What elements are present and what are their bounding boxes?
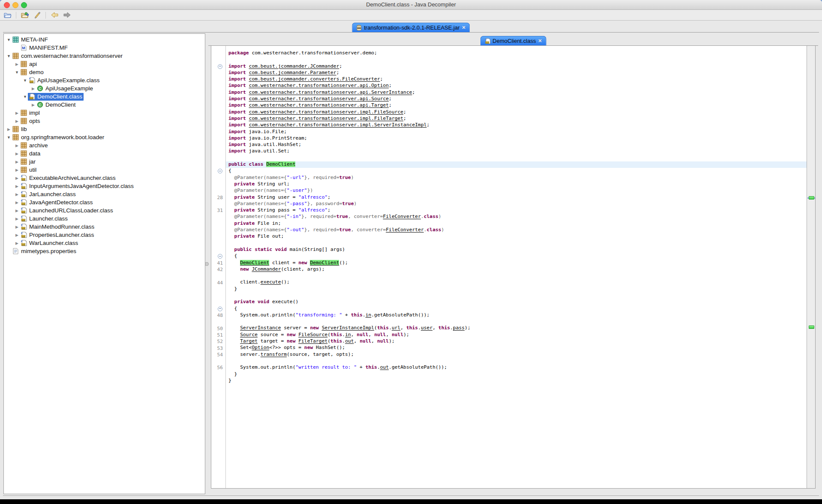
code-link[interactable]: in <box>345 332 351 337</box>
code-link[interactable]: FileTarget <box>298 338 327 344</box>
tree-item-content[interactable]: opts <box>20 117 42 125</box>
code-link[interactable]: com.westernacher.transformationserver.im… <box>249 122 427 128</box>
code-link[interactable]: FileConverter <box>383 214 421 219</box>
disclosure-triangle[interactable]: ▶ <box>14 241 20 245</box>
disclosure-triangle[interactable]: ▼ <box>22 78 28 83</box>
back-button[interactable] <box>50 11 59 19</box>
code-link[interactable]: DemoClient <box>310 260 339 265</box>
tree-item-archive[interactable]: ▶archive <box>4 141 205 149</box>
tab-transformation-sdk-jar[interactable]: 010 transformation-sdk-2.0.1-RELEASE.jar… <box>352 23 470 32</box>
tree-item-content[interactable]: 010DemoClient.class <box>28 93 84 101</box>
fold-toggle-icon[interactable] <box>218 64 222 69</box>
code-link[interactable]: FileSource <box>298 332 327 337</box>
tree-item-com.westernacher.transformationserver[interactable]: ▼com.westernacher.transformationserver <box>4 52 205 60</box>
tree-item-content[interactable]: lib <box>12 125 28 133</box>
tree-item-lib[interactable]: ▶lib <box>4 125 205 133</box>
disclosure-triangle[interactable]: ▶ <box>14 143 20 148</box>
disclosure-triangle[interactable]: ▶ <box>14 152 20 156</box>
tree-item-content[interactable]: 010ExecutableArchiveLauncher.class <box>20 174 117 182</box>
tree-item-Launcher.class[interactable]: ▶010Launcher.class <box>4 215 205 223</box>
disclosure-triangle[interactable]: ▼ <box>14 70 20 75</box>
tree-item-content[interactable]: 010MainMethodRunner.class <box>20 223 96 231</box>
tree-item-api[interactable]: ▶api <box>4 60 205 68</box>
open-type-button[interactable] <box>21 11 29 19</box>
disclosure-triangle[interactable]: ▶ <box>14 209 20 213</box>
code-link[interactable]: com.beust.jcommander.converters.FileConv… <box>249 76 380 82</box>
disclosure-triangle[interactable]: ▶ <box>14 111 20 115</box>
disclosure-triangle[interactable]: ▶ <box>14 184 20 188</box>
tree-item-content[interactable]: jar <box>20 158 37 166</box>
code-link[interactable]: out <box>380 364 389 370</box>
tree-item-content[interactable]: com.westernacher.transformationserver <box>12 52 124 60</box>
tree-item-mimetypes.properties[interactable]: ▶mimetypes.properties <box>4 247 205 255</box>
title-bar[interactable]: DemoClient.class - Java Decompiler <box>0 0 822 10</box>
disclosure-triangle[interactable]: ▶ <box>14 225 20 229</box>
tree-item-util[interactable]: ▶util <box>4 166 205 174</box>
tree-item-PropertiesLauncher.class[interactable]: ▶010PropertiesLauncher.class <box>4 231 205 239</box>
code-link[interactable]: Option <box>252 345 269 350</box>
open-file-button[interactable] <box>3 11 12 19</box>
disclosure-triangle[interactable]: ▼ <box>6 135 12 140</box>
tree-item-InputArgumentsJavaAgentDetector.class[interactable]: ▶010InputArgumentsJavaAgentDetector.clas… <box>4 182 205 190</box>
fold-toggle-icon[interactable] <box>218 254 222 259</box>
tree-item-META-INF[interactable]: ▼META-INF <box>4 36 205 44</box>
code-link[interactable]: com.westernacher.transformationserver.ap… <box>249 96 389 101</box>
tree-item-content[interactable]: 010ApiUsageExample.class <box>28 77 101 84</box>
code-link[interactable]: com.beust.jcommander.Parameter <box>249 70 336 75</box>
tree-item-DemoClient[interactable]: ▶CDemoClient <box>4 101 205 109</box>
tree-item-MANIFEST.MF[interactable]: ▶MMANIFEST.MF <box>4 44 205 52</box>
code-link[interactable]: com.beust.jcommander.JCommander <box>249 63 339 69</box>
tree-item-JavaAgentDetector.class[interactable]: ▶010JavaAgentDetector.class <box>4 198 205 206</box>
tree-item-data[interactable]: ▶data <box>4 149 205 158</box>
tree-item-opts[interactable]: ▶opts <box>4 117 205 125</box>
tree-item-content[interactable]: 010WarLauncher.class <box>20 239 79 247</box>
code-link[interactable]: ServerInstance <box>240 325 281 331</box>
close-class-tab-icon[interactable]: ✕ <box>538 38 542 44</box>
code-link[interactable]: com.westernacher.transformationserver.im… <box>249 109 403 115</box>
code-link[interactable]: out <box>345 338 354 344</box>
code-link[interactable]: execute <box>261 279 281 285</box>
code-link[interactable]: com.westernacher.transformationserver.ap… <box>249 89 412 95</box>
tree-item-content[interactable]: 010InputArgumentsJavaAgentDetector.class <box>20 182 135 190</box>
code-link[interactable]: user <box>421 325 432 331</box>
disclosure-triangle[interactable]: ▶ <box>30 103 36 107</box>
tree-item-DemoClient.class[interactable]: ▼010DemoClient.class <box>4 92 205 101</box>
disclosure-triangle[interactable]: ▶ <box>14 233 20 237</box>
tree-item-content[interactable]: org.springframework.boot.loader <box>12 134 105 141</box>
tree-item-content[interactable]: api <box>20 60 38 68</box>
code-link[interactable]: com.westernacher.transformationserver.ap… <box>249 83 389 88</box>
tree-item-content[interactable]: 010JavaAgentDetector.class <box>20 199 94 206</box>
tree-item-JarLauncher.class[interactable]: ▶010JarLauncher.class <box>4 190 205 198</box>
code-link[interactable]: url <box>392 325 400 331</box>
source-code-view[interactable]: package com.westernacher.transformations… <box>211 46 807 488</box>
tree-item-content[interactable]: 010Launcher.class <box>20 215 69 223</box>
code-link[interactable]: ServerInstanceImpl <box>322 325 374 331</box>
disclosure-triangle[interactable]: ▼ <box>6 54 12 58</box>
code-link[interactable]: transform <box>261 352 287 357</box>
tree-item-content[interactable]: META-INF <box>12 36 49 44</box>
occurrence-marker[interactable] <box>809 196 814 200</box>
tree-item-content[interactable]: 010LaunchedURLClassLoader.class <box>20 207 114 215</box>
tree-item-content[interactable]: archive <box>20 142 49 149</box>
code-link[interactable]: com.westernacher.transformationserver.ap… <box>249 102 389 108</box>
disclosure-triangle[interactable]: ▶ <box>14 119 20 123</box>
code-link[interactable]: FileConverter <box>386 227 423 233</box>
tab-democlient-class[interactable]: 010 DemoClient.class ✕ <box>480 36 546 45</box>
tree-item-content[interactable]: CApiUsageExample <box>36 85 94 92</box>
tree-item-MainMethodRunner.class[interactable]: ▶010MainMethodRunner.class <box>4 223 205 231</box>
tree-item-ExecutableArchiveLauncher.class[interactable]: ▶010ExecutableArchiveLauncher.class <box>4 174 205 182</box>
code-link[interactable]: Source <box>240 332 258 337</box>
tree-item-content[interactable]: CDemoClient <box>36 101 77 109</box>
disclosure-triangle[interactable]: ▶ <box>6 127 12 131</box>
code-link[interactable]: in <box>366 312 372 318</box>
code-link[interactable]: com.westernacher.transformationserver.im… <box>249 116 403 121</box>
tree-item-content[interactable]: 010PropertiesLauncher.class <box>20 231 96 239</box>
tree-item-content[interactable]: util <box>20 166 38 174</box>
code-link[interactable]: Target <box>240 338 258 344</box>
tree-item-content[interactable]: demo <box>20 69 45 76</box>
tree-item-LaunchedURLClassLoader.class[interactable]: ▶010LaunchedURLClassLoader.class <box>4 206 205 215</box>
disclosure-triangle[interactable]: ▶ <box>14 62 20 66</box>
tree-item-content[interactable]: 010JarLauncher.class <box>20 191 77 198</box>
tree-item-impl[interactable]: ▶impl <box>4 109 205 117</box>
tree-item-ApiUsageExample.class[interactable]: ▼010ApiUsageExample.class <box>4 76 205 84</box>
